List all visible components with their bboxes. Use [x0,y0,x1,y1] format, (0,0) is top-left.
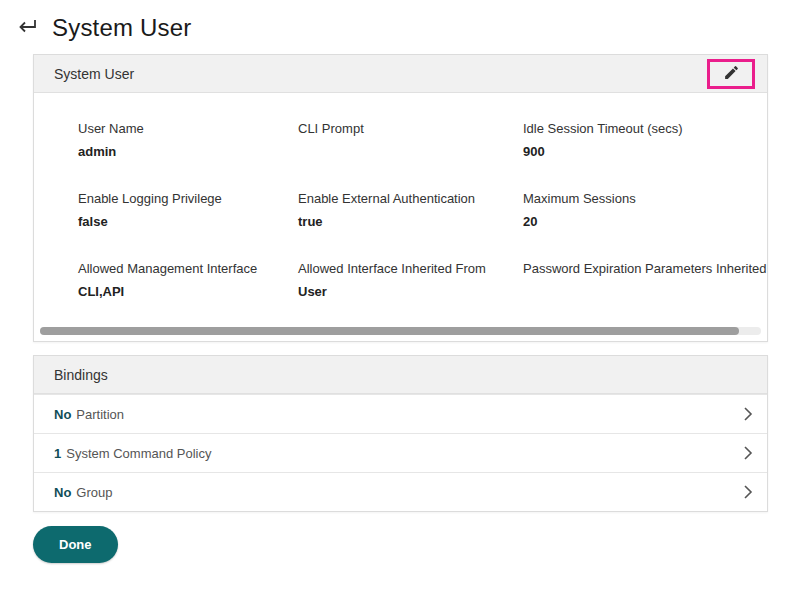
field-label: Maximum Sessions [523,191,767,206]
binding-row-group[interactable]: No Group [34,472,767,511]
field-label: Enable Logging Privilege [78,191,298,206]
system-user-card-title: System User [54,66,134,82]
field-value [298,144,523,159]
field-value: false [78,214,298,229]
edit-button[interactable] [707,59,755,89]
field-password-expiration-parameters: Password Expiration Parameters Inherited… [523,261,767,299]
field-label: Allowed Interface Inherited From [298,261,523,276]
field-label: User Name [78,121,298,136]
field-value [523,284,767,299]
binding-row-partition[interactable]: No Partition [34,394,767,433]
field-enable-logging-privilege: Enable Logging Privilege false [78,191,298,229]
field-value: 20 [523,214,767,229]
field-label: Idle Session Timeout (secs) [523,121,767,136]
field-label: Password Expiration Parameters Inherited… [523,261,767,276]
field-allowed-management-interface: Allowed Management Interface CLI,API [78,261,298,299]
field-label: CLI Prompt [298,121,523,136]
field-user-name: User Name admin [78,121,298,159]
system-user-card-header: System User [34,55,767,93]
system-user-card-body: User Name admin CLI Prompt Idle Session … [34,93,767,309]
system-user-card: System User User Name admin CLI Prompt I… [33,54,768,342]
binding-count: No [54,485,71,500]
field-value: true [298,214,523,229]
done-button[interactable]: Done [33,526,118,563]
chevron-right-icon [743,445,753,461]
bindings-card-title: Bindings [54,367,108,383]
field-value: 900 [523,144,767,159]
binding-label: Group [76,485,112,500]
field-maximum-sessions: Maximum Sessions 20 [523,191,767,229]
field-allowed-interface-inherited-from: Allowed Interface Inherited From User [298,261,523,299]
field-value: admin [78,144,298,159]
bindings-card-header: Bindings [34,356,767,394]
pencil-icon [723,64,740,84]
field-label: Allowed Management Interface [78,261,298,276]
binding-row-system-command-policy[interactable]: 1 System Command Policy [34,433,767,472]
back-arrow-icon [16,18,38,39]
chevron-right-icon [743,484,753,500]
field-value: CLI,API [78,284,298,299]
binding-label: Partition [76,407,124,422]
field-enable-external-authentication: Enable External Authentication true [298,191,523,229]
horizontal-scrollbar[interactable] [40,327,761,335]
field-label: Enable External Authentication [298,191,523,206]
binding-label: System Command Policy [66,446,211,461]
binding-count: 1 [54,446,61,461]
back-button[interactable] [14,16,40,41]
field-idle-session-timeout: Idle Session Timeout (secs) 900 [523,121,767,159]
field-cli-prompt: CLI Prompt [298,121,523,159]
page-title: System User [52,14,192,42]
binding-count: No [54,407,71,422]
field-grid: User Name admin CLI Prompt Idle Session … [78,121,767,299]
scrollbar-thumb[interactable] [40,327,739,335]
chevron-right-icon [743,406,753,422]
page-header: System User [0,0,795,54]
bindings-card: Bindings No Partition 1 System Command P… [33,355,768,512]
field-value: User [298,284,523,299]
